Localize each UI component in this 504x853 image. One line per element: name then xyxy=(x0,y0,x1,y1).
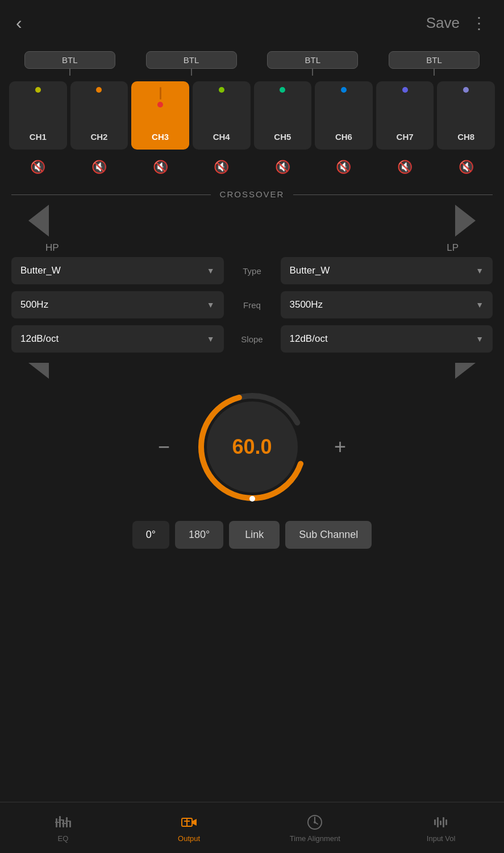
channel-card-ch2[interactable]: CH2 xyxy=(70,81,128,150)
knob-value-text: 60.0 xyxy=(232,435,272,459)
channel-card-ch4[interactable]: CH4 xyxy=(193,81,251,150)
channel-label-ch8: CH8 xyxy=(457,132,474,142)
channel-dot-ch7 xyxy=(402,87,408,93)
more-options-button[interactable]: ⋮ xyxy=(471,14,488,32)
header: ‹ Save ⋮ xyxy=(0,0,504,45)
hp-type-value: Butter_W xyxy=(20,265,61,276)
btl-button-1[interactable]: BTL xyxy=(24,51,115,69)
crossover-section: CROSSOVER HP LP Butter_W ▼ Type Butter_W… xyxy=(0,189,504,379)
nav-item-input-vol[interactable]: Input Vol xyxy=(378,814,504,843)
channel-card-ch7[interactable]: CH7 xyxy=(376,81,434,150)
nav-item-eq[interactable]: EQ xyxy=(0,814,126,843)
svg-rect-11 xyxy=(65,821,70,822)
header-right: Save ⋮ xyxy=(426,14,488,32)
triangle-right-bottom xyxy=(455,363,476,379)
channel-pin-ch3 xyxy=(160,87,161,100)
channel-dot-ch8 xyxy=(463,87,469,93)
input-vol-icon xyxy=(432,814,449,831)
hp-type-arrow: ▼ xyxy=(207,266,215,275)
hp-freq-dropdown[interactable]: 500Hz ▼ xyxy=(11,291,224,318)
triangle-right-top xyxy=(455,205,476,237)
output-icon xyxy=(181,814,198,831)
link-button[interactable]: Link xyxy=(229,521,280,549)
channel-dot-ch3 xyxy=(157,102,163,107)
mute-button-ch7[interactable]: 🔇 xyxy=(376,155,434,179)
channel-dot-ch5 xyxy=(280,87,285,93)
mute-button-ch5[interactable]: 🔇 xyxy=(254,155,312,179)
channel-label-ch2: CH2 xyxy=(90,132,107,142)
mute-button-ch3[interactable]: 🔇 xyxy=(131,155,189,179)
knob-minus-button[interactable]: − xyxy=(150,437,178,457)
svg-rect-21 xyxy=(440,821,441,825)
channel-card-ch5[interactable]: CH5 xyxy=(254,81,312,150)
hp-slope-arrow: ▼ xyxy=(207,334,215,343)
channel-label-ch1: CH1 xyxy=(30,132,47,142)
nav-item-time-alignment[interactable]: Time Alignment xyxy=(252,814,378,843)
svg-rect-22 xyxy=(443,817,444,827)
channel-label-ch5: CH5 xyxy=(274,132,291,142)
time-alignment-icon xyxy=(306,814,323,831)
mute-button-ch2[interactable]: 🔇 xyxy=(70,155,128,179)
svg-rect-23 xyxy=(445,819,447,825)
crossover-title-row: CROSSOVER xyxy=(11,189,493,199)
lp-freq-dropdown[interactable]: 3500Hz ▼ xyxy=(281,291,493,318)
mute-button-ch8[interactable]: 🔇 xyxy=(437,155,495,179)
channel-card-ch3[interactable]: CH3 xyxy=(131,81,189,150)
channel-label-ch7: CH7 xyxy=(397,132,414,142)
lp-type-dropdown[interactable]: Butter_W ▼ xyxy=(281,257,493,284)
lp-freq-value: 3500Hz xyxy=(290,299,323,310)
hp-slope-dropdown[interactable]: 12dB/oct ▼ xyxy=(11,325,224,353)
mute-icon-ch1: 🔇 xyxy=(30,160,45,175)
mute-button-ch1[interactable]: 🔇 xyxy=(9,155,67,179)
crossover-title: CROSSOVER xyxy=(211,189,294,199)
hplp-labels: HP LP xyxy=(11,242,493,254)
knob-value-display: 60.0 xyxy=(207,401,298,492)
freq-row: 500Hz ▼ Freq 3500Hz ▼ xyxy=(11,291,493,318)
phase-0-button[interactable]: 0° xyxy=(132,521,169,549)
knob-container[interactable]: 60.0 xyxy=(195,390,309,504)
nav-item-output[interactable]: Output xyxy=(126,814,252,843)
svg-rect-10 xyxy=(62,823,66,824)
lp-slope-dropdown[interactable]: 12dB/oct ▼ xyxy=(281,325,493,353)
type-label: Type xyxy=(224,266,281,276)
channel-card-ch1[interactable]: CH1 xyxy=(9,81,67,150)
lp-type-arrow: ▼ xyxy=(476,266,484,275)
mute-button-ch4[interactable]: 🔇 xyxy=(193,155,251,179)
btl-button-2[interactable]: BTL xyxy=(146,51,237,69)
nav-label-time-alignment: Time Alignment xyxy=(290,834,340,843)
channel-row: CH1 CH2 CH3 CH4 CH5 CH6 C xyxy=(5,78,499,153)
svg-rect-6 xyxy=(66,817,68,827)
channel-card-ch6[interactable]: CH6 xyxy=(315,81,373,150)
phase-180-button[interactable]: 180° xyxy=(175,521,223,549)
channel-card-ch8[interactable]: CH8 xyxy=(437,81,495,150)
knob-plus-button[interactable]: + xyxy=(326,437,355,457)
nav-label-eq: EQ xyxy=(57,834,68,843)
channel-section: BTL BTL BTL BTL CH1 CH2 xyxy=(0,45,504,184)
hp-type-dropdown[interactable]: Butter_W ▼ xyxy=(11,257,224,284)
mute-icon-ch2: 🔇 xyxy=(91,160,107,175)
channel-dot-ch2 xyxy=(96,87,102,93)
hp-slope-value: 12dB/oct xyxy=(20,333,59,345)
eq-icon xyxy=(55,814,72,831)
mute-icon-ch8: 🔇 xyxy=(459,160,474,175)
back-button[interactable]: ‹ xyxy=(16,13,22,34)
nav-label-input-vol: Input Vol xyxy=(427,834,456,843)
svg-rect-8 xyxy=(55,822,60,823)
type-row: Butter_W ▼ Type Butter_W ▼ xyxy=(11,257,493,284)
btl-button-4[interactable]: BTL xyxy=(389,51,480,69)
mute-icon-ch7: 🔇 xyxy=(397,160,413,175)
svg-rect-20 xyxy=(437,817,439,827)
mute-button-ch6[interactable]: 🔇 xyxy=(315,155,373,179)
mute-icon-ch5: 🔇 xyxy=(275,160,290,175)
hp-freq-arrow: ▼ xyxy=(207,300,215,309)
sub-channel-button[interactable]: Sub Channel xyxy=(285,521,372,549)
channel-dot-ch4 xyxy=(219,87,224,93)
btl-button-3[interactable]: BTL xyxy=(267,51,358,69)
svg-rect-19 xyxy=(434,819,436,825)
lp-type-value: Butter_W xyxy=(290,265,330,276)
mute-row: 🔇 🔇 🔇 🔇 🔇 🔇 🔇 🔇 xyxy=(5,153,499,184)
slope-label: Slope xyxy=(224,334,281,344)
lp-freq-arrow: ▼ xyxy=(476,300,484,309)
save-button[interactable]: Save xyxy=(426,14,460,32)
channel-dot-ch1 xyxy=(35,87,41,93)
